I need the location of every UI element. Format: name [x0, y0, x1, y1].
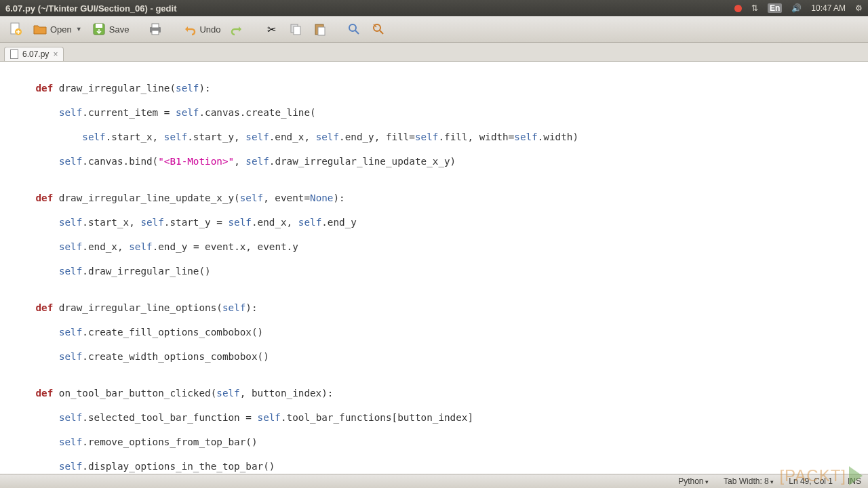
network-icon[interactable]: ⇅: [751, 3, 758, 13]
language-indicator[interactable]: En: [768, 3, 782, 13]
svg-rect-10: [318, 27, 325, 35]
code-line: def draw_irregular_line_update_x_y(self,…: [12, 192, 856, 204]
svg-rect-5: [152, 24, 159, 28]
code-line: self.canvas.bind("<B1-Motion>", self.dra…: [12, 155, 856, 167]
tab-bar: 6.07.py ×: [0, 43, 868, 62]
insert-mode[interactable]: INS: [848, 476, 861, 486]
print-button[interactable]: [144, 19, 167, 39]
file-tab[interactable]: 6.07.py ×: [4, 47, 64, 61]
undo-button[interactable]: Undo: [178, 19, 224, 39]
find-replace-button[interactable]: [367, 19, 390, 39]
svg-rect-3: [96, 24, 102, 28]
new-file-button[interactable]: [4, 19, 27, 39]
tab-filename: 6.07.py: [22, 49, 49, 59]
svg-point-11: [349, 24, 356, 31]
close-tab-icon[interactable]: ×: [53, 49, 58, 59]
code-line: self.start_x, self.start_y = self.end_x,…: [12, 216, 856, 228]
document-icon: [10, 49, 18, 59]
code-line: self.draw_irregular_line(): [12, 265, 856, 277]
paste-icon: [313, 22, 328, 37]
redo-button[interactable]: [226, 19, 249, 39]
redo-icon: [230, 22, 245, 37]
cut-button[interactable]: ✂: [260, 19, 283, 39]
cut-icon: ✂: [264, 22, 279, 37]
code-line: self.remove_options_from_top_bar(): [12, 436, 856, 448]
syntax-selector[interactable]: Python: [678, 476, 709, 486]
clock[interactable]: 10:47 AM: [811, 3, 846, 13]
code-line: def draw_irregular_line(self):: [12, 82, 856, 94]
status-bar: Python Tab Width: 8 Ln 49, Col 1 INS: [0, 474, 868, 488]
window-titlebar: 6.07.py (~/Tkinter GUI/Section_06) - ged…: [0, 0, 868, 16]
code-line: def draw_irregular_line_options(self):: [12, 302, 856, 314]
volume-icon[interactable]: 🔊: [791, 3, 802, 13]
print-icon: [148, 22, 163, 37]
open-folder-icon: [33, 22, 47, 37]
search-button[interactable]: [342, 19, 366, 39]
copy-button[interactable]: [284, 19, 307, 39]
svg-rect-6: [152, 30, 159, 35]
code-line: self.start_x, self.start_y, self.end_x, …: [12, 131, 856, 143]
record-indicator-icon[interactable]: [734, 5, 742, 12]
tab-width-selector[interactable]: Tab Width: 8: [724, 476, 774, 486]
cursor-position: Ln 49, Col 1: [789, 476, 833, 486]
code-line: self.current_item = self.canvas.create_l…: [12, 106, 856, 119]
open-button[interactable]: Open▼: [28, 19, 86, 39]
window-title: 6.07.py (~/Tkinter GUI/Section_06) - ged…: [5, 3, 176, 14]
svg-rect-8: [294, 26, 300, 35]
main-toolbar: Open▼ Save Undo ✂: [0, 16, 868, 43]
code-line: def on_tool_bar_button_clicked(self, but…: [12, 387, 856, 399]
settings-gear-icon[interactable]: ⚙: [855, 3, 863, 13]
save-button[interactable]: Save: [87, 19, 134, 39]
code-line: self.create_fill_options_combobox(): [12, 326, 856, 338]
copy-icon: [288, 22, 303, 37]
code-line: self.display_options_in_the_top_bar(): [12, 460, 856, 472]
code-line: self.create_width_options_combobox(): [12, 350, 856, 363]
code-editor[interactable]: def draw_irregular_line(self): self.curr…: [0, 62, 868, 474]
undo-icon: [182, 22, 197, 37]
find-replace-icon: [371, 22, 386, 37]
new-file-icon: [8, 22, 23, 37]
code-line: self.selected_tool_bar_function = self.t…: [12, 411, 856, 424]
code-line: self.end_x, self.end_y = event.x, event.…: [12, 241, 856, 253]
paste-button[interactable]: [309, 19, 332, 39]
search-icon: [347, 22, 361, 37]
save-icon: [92, 22, 106, 37]
chevron-down-icon: ▼: [75, 26, 82, 33]
system-tray: ⇅ En 🔊 10:47 AM ⚙: [734, 3, 863, 13]
